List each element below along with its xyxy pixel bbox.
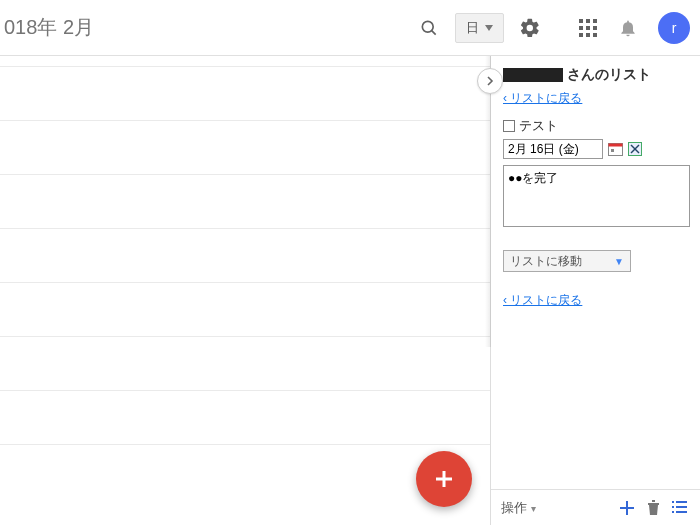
svg-rect-15 bbox=[611, 149, 614, 152]
svg-rect-8 bbox=[579, 33, 583, 37]
svg-rect-3 bbox=[586, 19, 590, 23]
task-checkbox[interactable] bbox=[503, 120, 515, 132]
svg-line-1 bbox=[432, 30, 436, 34]
time-slot[interactable] bbox=[0, 120, 490, 174]
svg-rect-23 bbox=[672, 501, 674, 503]
avatar-initial: r bbox=[672, 20, 677, 36]
month-title: 018年 2月 bbox=[0, 14, 94, 41]
dropdown-triangle-icon: ▼ bbox=[614, 256, 624, 267]
task-item: テスト bbox=[503, 117, 690, 135]
svg-rect-10 bbox=[593, 33, 597, 37]
time-slot[interactable] bbox=[0, 282, 490, 336]
time-slot[interactable] bbox=[0, 66, 490, 120]
svg-rect-25 bbox=[672, 506, 674, 508]
account-avatar[interactable]: r bbox=[658, 12, 690, 44]
svg-rect-7 bbox=[593, 26, 597, 30]
panel-shadow bbox=[485, 56, 491, 347]
footer-actions-menu[interactable]: 操作 ▾ bbox=[501, 499, 536, 517]
panel-collapse-toggle[interactable] bbox=[477, 68, 503, 94]
tasks-panel-footer: 操作 ▾ bbox=[491, 489, 700, 525]
svg-rect-2 bbox=[579, 19, 583, 23]
calendar-day-view[interactable] bbox=[0, 56, 490, 525]
svg-rect-22 bbox=[652, 500, 655, 502]
create-event-fab[interactable] bbox=[416, 451, 472, 507]
clear-date-icon[interactable] bbox=[627, 141, 643, 157]
add-task-icon[interactable] bbox=[616, 497, 638, 519]
svg-rect-9 bbox=[586, 33, 590, 37]
svg-rect-28 bbox=[676, 511, 687, 513]
time-slot[interactable] bbox=[0, 390, 490, 444]
delete-task-trash-icon[interactable] bbox=[642, 497, 664, 519]
svg-rect-21 bbox=[648, 503, 659, 505]
svg-rect-6 bbox=[586, 26, 590, 30]
chevron-down-icon: ▾ bbox=[531, 503, 536, 514]
task-list-title: さんのリスト bbox=[503, 66, 690, 84]
svg-point-0 bbox=[422, 21, 433, 32]
settings-gear-icon[interactable] bbox=[510, 8, 550, 48]
chevron-right-icon bbox=[485, 76, 495, 86]
task-list-view-icon[interactable] bbox=[668, 497, 690, 519]
app-header: 018年 2月 日 r bbox=[0, 0, 700, 56]
move-select-label: リストに移動 bbox=[510, 253, 582, 270]
apps-grid-icon[interactable] bbox=[568, 8, 608, 48]
move-to-list-select[interactable]: リストに移動 ▼ bbox=[503, 250, 631, 272]
plus-icon bbox=[432, 467, 456, 491]
svg-rect-26 bbox=[676, 506, 687, 508]
svg-rect-14 bbox=[608, 144, 622, 147]
calendar-picker-icon[interactable] bbox=[607, 141, 623, 157]
task-note-textarea[interactable] bbox=[503, 165, 690, 227]
back-to-list-link-bottom[interactable]: ‹ リストに戻る bbox=[503, 292, 690, 309]
svg-rect-20 bbox=[620, 507, 634, 509]
svg-rect-4 bbox=[593, 19, 597, 23]
svg-rect-27 bbox=[672, 511, 674, 513]
svg-rect-12 bbox=[436, 478, 452, 481]
notifications-bell-icon[interactable] bbox=[608, 8, 648, 48]
list-title-suffix: さんのリスト bbox=[567, 66, 651, 84]
search-icon[interactable] bbox=[409, 8, 449, 48]
tasks-side-panel: さんのリスト ‹ リストに戻る テスト リストに移動 ▼ bbox=[490, 56, 700, 525]
main-area: さんのリスト ‹ リストに戻る テスト リストに移動 ▼ bbox=[0, 56, 700, 525]
time-slot[interactable] bbox=[0, 228, 490, 282]
back-to-list-link[interactable]: ‹ リストに戻る bbox=[503, 91, 582, 105]
redacted-username bbox=[503, 68, 563, 82]
time-slot[interactable] bbox=[0, 174, 490, 228]
view-switcher-label: 日 bbox=[466, 19, 479, 37]
svg-rect-5 bbox=[579, 26, 583, 30]
svg-rect-24 bbox=[676, 501, 687, 503]
time-grid bbox=[0, 56, 490, 498]
due-date-input[interactable] bbox=[503, 139, 603, 159]
task-name-label: テスト bbox=[519, 117, 558, 135]
due-date-row bbox=[503, 139, 690, 159]
time-slot[interactable] bbox=[0, 336, 490, 390]
view-switcher[interactable]: 日 bbox=[455, 13, 504, 43]
